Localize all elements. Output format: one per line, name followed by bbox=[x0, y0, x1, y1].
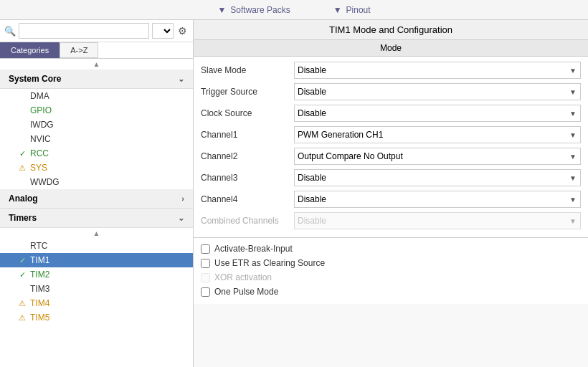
channel4-row: Channel4 Disable ▼ bbox=[201, 190, 581, 209]
channel1-select[interactable]: PWM Generation CH1 Disable bbox=[294, 126, 581, 143]
tim4-label: TIM4 bbox=[30, 298, 49, 308]
sidebar-item-sys[interactable]: ⚠ SYS bbox=[0, 161, 193, 175]
software-packs-section[interactable]: ▼ Software Packs bbox=[196, 5, 311, 15]
channel4-select[interactable]: Disable bbox=[294, 191, 581, 208]
tim2-check-icon: ✓ bbox=[17, 270, 27, 280]
tim1-check-icon: ✓ bbox=[17, 256, 27, 265]
tim5-warn-icon: ⚠ bbox=[17, 313, 27, 323]
config-table: Slave Mode Disable Reset Mode Gated Mode… bbox=[194, 57, 588, 238]
tim3-label: TIM3 bbox=[30, 284, 49, 294]
sidebar-item-tim2[interactable]: ✓ TIM2 bbox=[0, 267, 193, 282]
slave-mode-row: Slave Mode Disable Reset Mode Gated Mode… bbox=[201, 61, 581, 80]
sidebar-tabs: Categories A->Z bbox=[0, 42, 193, 59]
rcc-check-icon: ✓ bbox=[17, 149, 27, 158]
combined-channels-select[interactable]: Disable bbox=[294, 212, 581, 229]
trigger-source-select[interactable]: Disable bbox=[294, 83, 581, 100]
software-packs-label: Software Packs bbox=[230, 5, 290, 15]
slave-mode-label: Slave Mode bbox=[201, 65, 294, 75]
sidebar-item-nvic[interactable]: NVIC bbox=[0, 132, 193, 146]
combined-channels-select-wrapper: Disable ▼ bbox=[294, 212, 581, 229]
pinout-label: Pinout bbox=[346, 5, 371, 15]
top-bar: ▼ Software Packs ▼ Pinout bbox=[0, 0, 588, 20]
gear-button[interactable]: ⚙ bbox=[176, 24, 189, 38]
channel3-select-wrapper: Disable ▼ bbox=[294, 169, 581, 186]
tim4-warn-icon: ⚠ bbox=[17, 299, 27, 308]
clock-source-row: Clock Source Disable Internal Clock ▼ bbox=[201, 104, 581, 123]
slave-mode-select-wrapper: Disable Reset Mode Gated Mode Trigger Mo… bbox=[294, 62, 581, 79]
trigger-source-label: Trigger Source bbox=[201, 87, 294, 97]
tab-az[interactable]: A->Z bbox=[60, 42, 98, 58]
system-core-chevron: ⌄ bbox=[178, 75, 184, 84]
sidebar-item-tim1[interactable]: ✓ TIM1 bbox=[0, 253, 193, 267]
one-pulse-mode-checkbox[interactable] bbox=[201, 287, 210, 297]
rtc-label: RTC bbox=[30, 241, 47, 251]
sidebar-search-bar: 🔍 ⚙ bbox=[0, 20, 193, 42]
channel1-label: Channel1 bbox=[201, 130, 294, 140]
dma-label: DMA bbox=[30, 91, 49, 101]
checkboxes-section: Activate-Break-Input Use ETR as Clearing… bbox=[194, 238, 588, 304]
channel1-row: Channel1 PWM Generation CH1 Disable ▼ bbox=[201, 125, 581, 144]
channel2-row: Channel2 Output Compare No Output Disabl… bbox=[201, 147, 581, 166]
sidebar-item-iwdg[interactable]: IWDG bbox=[0, 118, 193, 132]
use-etr-label[interactable]: Use ETR as Clearing Source bbox=[214, 258, 325, 268]
clock-source-select-wrapper: Disable Internal Clock ▼ bbox=[294, 105, 581, 122]
panel-title: TIM1 Mode and Configuration bbox=[194, 20, 588, 40]
xor-activation-checkbox[interactable] bbox=[201, 273, 210, 282]
sys-label: SYS bbox=[30, 163, 47, 173]
channel3-label: Channel3 bbox=[201, 173, 294, 183]
use-etr-checkbox[interactable] bbox=[201, 259, 210, 268]
scroll-up-arrow[interactable]: ▲ bbox=[0, 59, 193, 70]
software-packs-icon: ▼ bbox=[217, 5, 226, 15]
scroll-up-arrow-2[interactable]: ▲ bbox=[0, 228, 193, 239]
sidebar-item-rcc[interactable]: ✓ RCC bbox=[0, 146, 193, 161]
channel2-label: Channel2 bbox=[201, 151, 294, 161]
timers-items: RTC ✓ TIM1 ✓ TIM2 TIM3 ⚠ TIM4 bbox=[0, 239, 193, 325]
iwdg-label: IWDG bbox=[30, 120, 54, 130]
sidebar-item-tim3[interactable]: TIM3 bbox=[0, 282, 193, 296]
pinout-section[interactable]: ▼ Pinout bbox=[312, 5, 392, 15]
pinout-icon: ▼ bbox=[333, 5, 342, 15]
one-pulse-mode-label[interactable]: One Pulse Mode bbox=[214, 287, 278, 297]
timers-header[interactable]: Timers ⌄ bbox=[0, 209, 193, 228]
trigger-source-row: Trigger Source Disable ▼ bbox=[201, 82, 581, 101]
sidebar-item-dma[interactable]: DMA bbox=[0, 89, 193, 103]
combined-channels-label: Combined Channels bbox=[201, 216, 294, 226]
sys-warn-icon: ⚠ bbox=[17, 163, 27, 173]
channel3-select[interactable]: Disable bbox=[294, 169, 581, 186]
nvic-label: NVIC bbox=[30, 134, 51, 144]
channel4-select-wrapper: Disable ▼ bbox=[294, 191, 581, 208]
search-icon: 🔍 bbox=[4, 26, 16, 37]
system-core-items: DMA GPIO IWDG NVIC ✓ RCC bbox=[0, 89, 193, 189]
sidebar-item-tim4[interactable]: ⚠ TIM4 bbox=[0, 296, 193, 310]
trigger-source-select-wrapper: Disable ▼ bbox=[294, 83, 581, 100]
sidebar-item-tim5[interactable]: ⚠ TIM5 bbox=[0, 310, 193, 325]
right-panel: TIM1 Mode and Configuration Mode Slave M… bbox=[194, 20, 588, 367]
system-core-header[interactable]: System Core ⌄ bbox=[0, 70, 193, 89]
activate-break-input-label[interactable]: Activate-Break-Input bbox=[214, 244, 293, 254]
tab-categories[interactable]: Categories bbox=[0, 42, 60, 58]
timers-chevron: ⌄ bbox=[178, 214, 184, 223]
search-input[interactable] bbox=[19, 23, 149, 39]
analog-header[interactable]: Analog › bbox=[0, 189, 193, 209]
xor-activation-row: XOR activation bbox=[201, 272, 581, 282]
one-pulse-mode-row: One Pulse Mode bbox=[201, 287, 581, 297]
system-core-label: System Core bbox=[9, 74, 61, 84]
combined-channels-row: Combined Channels Disable ▼ bbox=[201, 211, 581, 230]
main-layout: 🔍 ⚙ Categories A->Z ▲ System Core ⌄ DM bbox=[0, 20, 588, 367]
wwdg-label: WWDG bbox=[30, 177, 60, 187]
channel2-select[interactable]: Output Compare No Output Disable bbox=[294, 148, 581, 165]
sidebar-item-rtc[interactable]: RTC bbox=[0, 239, 193, 253]
panel-mode-header: Mode bbox=[194, 40, 588, 57]
tim1-label: TIM1 bbox=[30, 255, 49, 265]
analog-label: Analog bbox=[9, 194, 38, 204]
slave-mode-select[interactable]: Disable Reset Mode Gated Mode Trigger Mo… bbox=[294, 62, 581, 79]
search-dropdown[interactable] bbox=[152, 23, 174, 39]
sidebar-item-wwdg[interactable]: WWDG bbox=[0, 175, 193, 189]
sidebar-item-gpio[interactable]: GPIO bbox=[0, 103, 193, 118]
clock-source-select[interactable]: Disable Internal Clock bbox=[294, 105, 581, 122]
gpio-label: GPIO bbox=[30, 105, 52, 115]
activate-break-input-checkbox[interactable] bbox=[201, 244, 210, 254]
rcc-label: RCC bbox=[30, 148, 49, 158]
channel3-row: Channel3 Disable ▼ bbox=[201, 168, 581, 187]
tim5-label: TIM5 bbox=[30, 313, 49, 323]
